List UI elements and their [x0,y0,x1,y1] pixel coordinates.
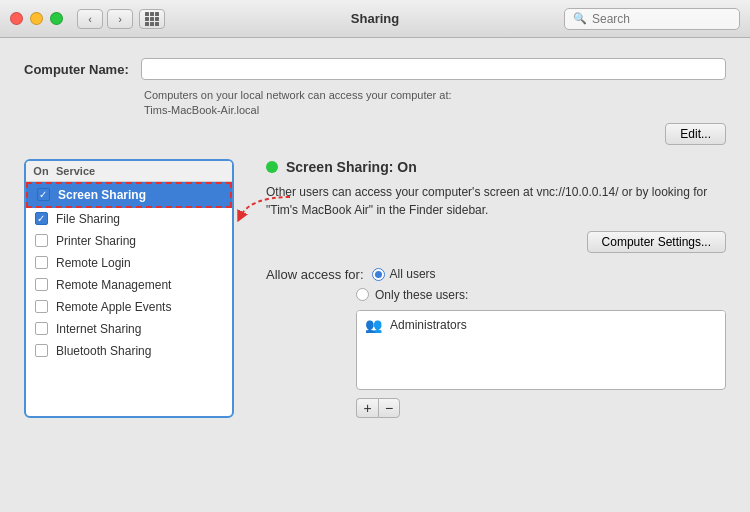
forward-button[interactable]: › [107,9,133,29]
service-name-remote-login: Remote Login [56,256,232,270]
checkbox-bluetooth-sharing[interactable] [35,344,48,357]
main-panel: On Service ✓ Screen Sharing ✓ File Shari… [24,159,726,418]
computer-name-sub: Computers on your local network can acce… [144,88,726,119]
radio-all-users-label: All users [390,267,436,281]
search-bar[interactable]: 🔍 [564,8,740,30]
checkbox-cell-internet [26,322,56,335]
edit-button[interactable]: Edit... [665,123,726,145]
service-row-file-sharing[interactable]: ✓ File Sharing [26,208,232,230]
nav-buttons: ‹ › [77,9,133,29]
service-name-bluetooth-sharing: Bluetooth Sharing [56,344,232,358]
users-box: 👥 Administrators [356,310,726,390]
add-user-button[interactable]: + [356,398,378,418]
allow-access-label: Allow access for: [266,267,364,282]
plus-minus-row: + − [356,398,726,418]
radio-all-users[interactable]: All users [372,267,436,281]
service-row-internet-sharing[interactable]: Internet Sharing [26,318,232,340]
checkbox-apple-events[interactable] [35,300,48,313]
col-service-header: Service [56,165,232,177]
col-on-header: On [26,165,56,177]
service-name-screen-sharing: Screen Sharing [58,188,230,202]
users-administrators-label: Administrators [390,318,467,332]
checkbox-cell-remote-mgmt [26,278,56,291]
service-row-remote-mgmt[interactable]: Remote Management [26,274,232,296]
status-description: Other users can access your computer's s… [266,183,726,219]
radio-only-these-option[interactable]: Only these users: [356,288,726,302]
service-row-bluetooth-sharing[interactable]: Bluetooth Sharing [26,340,232,362]
computer-name-label: Computer Name: [24,62,129,77]
service-row-remote-login[interactable]: Remote Login [26,252,232,274]
radio-all-users-circle[interactable] [372,268,385,281]
status-title: Screen Sharing: On [286,159,417,175]
checkbox-remote-mgmt[interactable] [35,278,48,291]
service-name-printer-sharing: Printer Sharing [56,234,232,248]
right-panel: Screen Sharing: On Other users can acces… [266,159,726,418]
close-button[interactable] [10,12,23,25]
access-row: Allow access for: All users [266,267,726,282]
search-icon: 🔍 [573,12,587,25]
grid-button[interactable] [139,9,165,29]
remove-user-button[interactable]: − [378,398,400,418]
main-content: Computer Name: Computers on your local n… [0,38,750,434]
grid-icon [145,12,159,26]
status-dot-green [266,161,278,173]
titlebar: ‹ › Sharing 🔍 [0,0,750,38]
checkbox-file-sharing[interactable]: ✓ [35,212,48,225]
service-name-apple-events: Remote Apple Events [56,300,232,314]
checkbox-cell: ✓ [28,188,58,201]
checkbox-cell-printer [26,234,56,247]
checkbox-internet-sharing[interactable] [35,322,48,335]
checkbox-cell-bluetooth [26,344,56,357]
window-title: Sharing [351,11,399,26]
checkbox-cell-apple-events [26,300,56,313]
service-row-apple-events[interactable]: Remote Apple Events [26,296,232,318]
services-header: On Service [26,161,232,182]
checkbox-cell-remote-login [26,256,56,269]
services-panel: On Service ✓ Screen Sharing ✓ File Shari… [24,159,234,418]
service-row-screen-sharing[interactable]: ✓ Screen Sharing [26,182,232,208]
service-name-file-sharing: File Sharing [56,212,232,226]
checkbox-screen-sharing[interactable]: ✓ [37,188,50,201]
maximize-button[interactable] [50,12,63,25]
computer-settings-button[interactable]: Computer Settings... [587,231,726,253]
computer-settings-row: Computer Settings... [266,231,726,253]
checkbox-printer-sharing[interactable] [35,234,48,247]
service-row-printer-sharing[interactable]: Printer Sharing [26,230,232,252]
traffic-lights [10,12,63,25]
search-input[interactable] [592,12,731,26]
checkbox-cell-file: ✓ [26,212,56,225]
radio-only-these-label: Only these users: [375,288,468,302]
status-row: Screen Sharing: On [266,159,726,175]
users-row-administrators[interactable]: 👥 Administrators [357,311,725,339]
users-group-icon: 👥 [365,317,382,333]
back-button[interactable]: ‹ [77,9,103,29]
edit-row: Edit... [24,123,726,145]
service-name-remote-mgmt: Remote Management [56,278,232,292]
radio-only-these-circle[interactable] [356,288,369,301]
service-name-internet-sharing: Internet Sharing [56,322,232,336]
checkbox-remote-login[interactable] [35,256,48,269]
minimize-button[interactable] [30,12,43,25]
computer-name-row: Computer Name: [24,58,726,80]
radio-only-these-row: Only these users: [356,288,726,302]
computer-name-input[interactable] [141,58,726,80]
